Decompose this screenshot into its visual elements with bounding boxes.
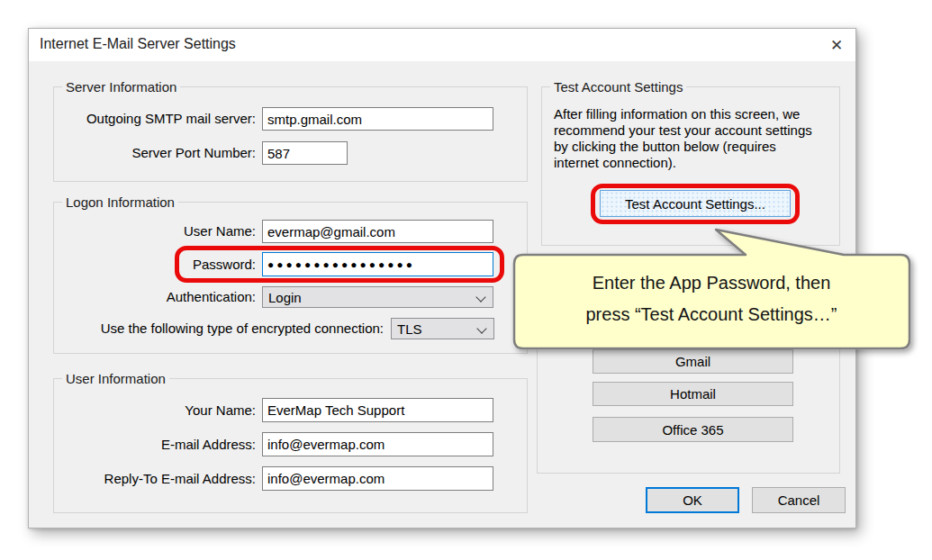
user-name-label: User Name: (65, 220, 256, 243)
callout-text: Enter the App Password, then press “Test… (518, 267, 905, 330)
dialog-title: Internet E-Mail Server Settings (40, 36, 236, 52)
smtp-server-label: Outgoing SMTP mail server: (65, 107, 256, 131)
smtp-server-input[interactable] (262, 107, 493, 131)
encryption-dropdown[interactable]: TLS (391, 318, 494, 339)
replyto-address-label: Reply-To E-mail Address: (65, 466, 256, 491)
group-user-information-legend: User Information (62, 371, 169, 386)
your-name-label: Your Name: (65, 398, 256, 422)
email-address-label: E-mail Address: (65, 432, 256, 456)
authentication-dropdown[interactable]: Login (262, 286, 493, 308)
replyto-address-input[interactable] (262, 466, 493, 491)
password-label: Password: (65, 252, 256, 276)
password-input[interactable] (262, 252, 493, 276)
test-account-description: After filling information on this screen… (554, 106, 838, 171)
chevron-down-icon (476, 323, 486, 333)
email-address-input[interactable] (262, 432, 493, 456)
group-server-information: Server Information (53, 86, 528, 182)
cancel-button[interactable]: Cancel (752, 487, 846, 513)
office365-button[interactable]: Office 365 (593, 417, 793, 442)
ok-button[interactable]: OK (646, 487, 739, 513)
close-icon[interactable]: ✕ (823, 32, 850, 59)
encryption-value: TLS (397, 321, 422, 337)
user-name-input[interactable] (262, 220, 493, 243)
group-test-account-settings-legend: Test Account Settings (550, 79, 686, 95)
test-account-settings-button[interactable]: Test Account Settings... (600, 190, 791, 217)
your-name-input[interactable] (262, 398, 493, 422)
title-bar: Internet E-Mail Server Settings ✕ (29, 29, 855, 61)
group-server-information-legend: Server Information (62, 79, 180, 95)
server-port-label: Server Port Number: (65, 141, 256, 165)
authentication-value: Login (268, 290, 302, 305)
server-port-input[interactable] (262, 141, 348, 165)
encryption-label: Use the following type of encrypted conn… (65, 318, 384, 339)
chevron-down-icon (475, 292, 485, 302)
group-logon-information-legend: Logon Information (62, 194, 178, 210)
hotmail-button[interactable]: Hotmail (593, 382, 793, 406)
authentication-label: Authentication: (65, 286, 256, 308)
screenshot-stage: Internet E-Mail Server Settings ✕ Server… (0, 0, 932, 560)
